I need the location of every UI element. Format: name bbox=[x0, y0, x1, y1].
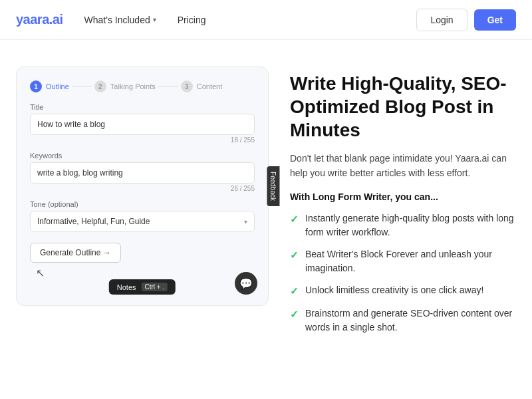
keywords-input[interactable]: write a blog, blog writing bbox=[30, 162, 255, 184]
title-input[interactable]: How to write a blog bbox=[30, 114, 255, 135]
chat-bubble-button[interactable]: 💬 bbox=[235, 272, 257, 295]
feedback-tab[interactable]: Feedback bbox=[267, 166, 280, 206]
list-item: ✓Beat Writer's Block Forever and unleash… bbox=[290, 247, 516, 275]
check-icon: ✓ bbox=[290, 212, 299, 227]
step-2: 2 Talking Points bbox=[94, 80, 156, 92]
logo-accent: yaara bbox=[16, 12, 49, 27]
tone-label: Tone (optional) bbox=[30, 200, 255, 208]
steps-bar: 1 Outline 2 Talking Points 3 Content bbox=[30, 80, 255, 92]
step-3-num: 3 bbox=[181, 80, 193, 92]
title-field: Title How to write a blog 18 / 255 bbox=[30, 103, 255, 144]
notes-shortcut: Ctrl + . bbox=[142, 283, 168, 291]
get-started-button[interactable]: Get bbox=[474, 9, 516, 31]
mockup-panel: 1 Outline 2 Talking Points 3 Content Tit… bbox=[16, 66, 269, 306]
list-item: ✓Unlock limitless creativity is one clic… bbox=[290, 283, 516, 299]
cursor-icon: ↖ bbox=[35, 268, 45, 277]
hero-subtitle: Don't let that blank page intimidate you… bbox=[290, 151, 516, 181]
list-item: ✓Instantly generate high-quality blog po… bbox=[290, 211, 516, 239]
tone-field: Tone (optional) Informative, Helpful, Fu… bbox=[30, 200, 255, 232]
nav-right: Login Get bbox=[416, 9, 516, 31]
keywords-counter: 26 / 255 bbox=[30, 185, 255, 192]
keywords-field: Keywords write a blog, blog writing 26 /… bbox=[30, 152, 255, 192]
list-item: ✓Brainstorm and generate SEO-driven cont… bbox=[290, 307, 516, 334]
check-icon: ✓ bbox=[290, 284, 299, 299]
step-divider-2 bbox=[158, 86, 178, 87]
tone-select[interactable]: Informative, Helpful, Fun, Guide ▾ bbox=[30, 211, 255, 232]
nav-pricing[interactable]: Pricing bbox=[178, 15, 206, 25]
navbar: yaara.ai What's Included ▾ Pricing Login… bbox=[0, 0, 532, 40]
step-1-num: 1 bbox=[30, 80, 42, 92]
main-content: 1 Outline 2 Talking Points 3 Content Tit… bbox=[0, 40, 532, 334]
step-3: 3 Content bbox=[181, 80, 223, 92]
features-list: ✓Instantly generate high-quality blog po… bbox=[290, 211, 516, 335]
select-chevron-icon: ▾ bbox=[244, 218, 247, 225]
check-icon: ✓ bbox=[290, 248, 299, 263]
features-label: With Long Form Writer, you can... bbox=[290, 192, 516, 202]
logo: yaara.ai bbox=[16, 12, 63, 27]
chevron-down-icon: ▾ bbox=[153, 16, 156, 23]
check-icon: ✓ bbox=[290, 307, 299, 323]
title-counter: 18 / 255 bbox=[30, 136, 255, 144]
login-button[interactable]: Login bbox=[416, 9, 467, 31]
step-1: 1 Outline bbox=[30, 80, 69, 92]
keywords-label: Keywords bbox=[30, 152, 255, 160]
title-label: Title bbox=[30, 103, 255, 111]
step-2-num: 2 bbox=[94, 80, 106, 92]
hero-section: Write High-Quality, SEO-Optimized Blog P… bbox=[290, 66, 516, 334]
chat-icon: 💬 bbox=[239, 277, 253, 290]
nav-left: yaara.ai What's Included ▾ Pricing bbox=[16, 12, 206, 27]
generate-button[interactable]: Generate Outline → bbox=[30, 243, 121, 263]
hero-title: Write High-Quality, SEO-Optimized Blog P… bbox=[290, 72, 516, 142]
nav-whats-included[interactable]: What's Included ▾ bbox=[84, 15, 156, 25]
step-divider-1 bbox=[72, 86, 92, 87]
notes-tooltip: Notes Ctrl + . bbox=[109, 279, 176, 295]
